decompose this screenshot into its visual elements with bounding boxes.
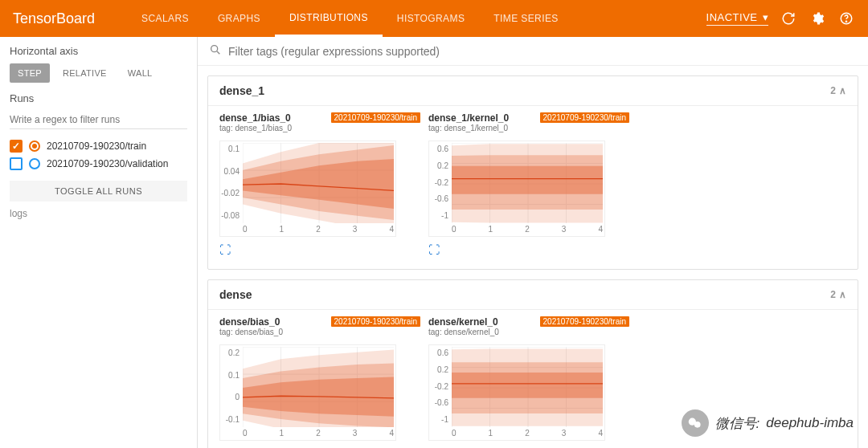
content: dense_1 2 ∧ dense_1/bias_0 tag: dense_1/… (198, 37, 868, 448)
distribution-plot[interactable]: 0.20.10-0.1 01234 (219, 344, 396, 441)
x-axis: 01234 (243, 223, 394, 236)
charts-row: dense_1/bias_0 tag: dense_1/bias_0 20210… (208, 106, 858, 269)
chart-tag: tag: dense/kernel_0 (428, 328, 499, 336)
chevron-up-icon: ∧ (839, 289, 846, 300)
chart-tile: dense/bias_0 tag: dense/bias_0 20210709-… (219, 316, 420, 448)
chart-tile: dense_1/bias_0 tag: dense_1/bias_0 20210… (219, 112, 420, 256)
filter-input[interactable] (228, 45, 857, 58)
group-card: dense_1 2 ∧ dense_1/bias_0 tag: dense_1/… (207, 75, 858, 270)
header-right: INACTIVE ▾ (706, 10, 855, 27)
groups-container: dense_1 2 ∧ dense_1/bias_0 tag: dense_1/… (198, 75, 868, 448)
run-radio[interactable] (29, 158, 40, 169)
brand-title: TensorBoard (13, 10, 95, 27)
group-count: 2 ∧ (830, 85, 846, 96)
chart-tag: tag: dense/bias_0 (219, 328, 283, 336)
group-title: dense (219, 288, 252, 301)
tab-distributions[interactable]: DISTRIBUTIONS (275, 0, 383, 37)
y-axis: 0.10.04-0.02-0.08 (220, 141, 243, 223)
svg-point-1 (845, 21, 846, 22)
run-badge: 20210709-190230/train (331, 112, 420, 123)
runs-heading: Runs (10, 92, 187, 104)
run-label: 20210709-190230/validation (47, 158, 168, 169)
tab-graphs[interactable]: GRAPHS (203, 0, 275, 37)
axis-option-step[interactable]: STEP (10, 63, 50, 83)
reload-icon[interactable] (780, 10, 797, 27)
tab-time-series[interactable]: TIME SERIES (479, 0, 572, 37)
run-checkbox[interactable] (10, 140, 23, 153)
distribution-plot[interactable]: 0.60.2-0.2-0.6-1 01234 (428, 344, 605, 441)
group-header[interactable]: dense_1 2 ∧ (208, 76, 858, 106)
group-card: dense 2 ∧ dense/bias_0 tag: dense/bias_0… (207, 279, 858, 448)
app-header: TensorBoard SCALARSGRAPHSDISTRIBUTIONSHI… (0, 0, 868, 37)
help-icon[interactable] (837, 10, 855, 27)
svg-point-2 (211, 46, 218, 52)
chart-title: dense/bias_0 (219, 316, 283, 328)
inactive-dropdown[interactable]: INACTIVE ▾ (706, 11, 768, 26)
chart-tile: dense_1/kernel_0 tag: dense_1/kernel_0 2… (428, 112, 629, 256)
sidebar: Horizontal axis STEPRELATIVEWALL Runs 20… (0, 37, 198, 448)
chart-title: dense_1/kernel_0 (428, 112, 509, 124)
main-tabs: SCALARSGRAPHSDISTRIBUTIONSHISTOGRAMSTIME… (127, 0, 573, 37)
run-badge: 20210709-190230/train (540, 316, 629, 327)
tab-histograms[interactable]: HISTOGRAMS (383, 0, 479, 37)
x-axis: 01234 (452, 223, 603, 236)
group-title: dense_1 (219, 84, 264, 97)
run-radio[interactable] (29, 141, 40, 152)
dropdown-icon: ▾ (763, 11, 769, 23)
run-checkbox[interactable] (10, 157, 23, 170)
chevron-up-icon: ∧ (839, 85, 846, 96)
group-count: 2 ∧ (830, 289, 846, 300)
x-axis: 01234 (243, 427, 394, 440)
inactive-label: INACTIVE (706, 11, 758, 23)
y-axis: 0.60.2-0.2-0.6-1 (429, 141, 452, 223)
toggle-all-runs-button[interactable]: TOGGLE ALL RUNS (10, 181, 187, 202)
settings-icon[interactable] (809, 10, 826, 27)
runs-list: 20210709-190230/train20210709-190230/val… (10, 137, 187, 173)
run-badge: 20210709-190230/train (331, 316, 420, 327)
runs-regex-input[interactable] (10, 111, 187, 129)
search-icon (209, 43, 222, 59)
run-badge: 20210709-190230/train (540, 112, 629, 123)
axis-segmented: STEPRELATIVEWALL (10, 63, 187, 83)
expand-icon[interactable]: ⛶ (428, 243, 629, 256)
logs-label: logs (10, 208, 187, 219)
chart-tag: tag: dense_1/bias_0 (219, 124, 292, 132)
run-row[interactable]: 20210709-190230/validation (10, 155, 187, 173)
chart-title: dense_1/bias_0 (219, 112, 292, 124)
y-axis: 0.60.2-0.2-0.6-1 (429, 345, 452, 427)
run-row[interactable]: 20210709-190230/train (10, 137, 187, 155)
charts-row: dense/bias_0 tag: dense/bias_0 20210709-… (208, 310, 858, 448)
expand-icon[interactable]: ⛶ (219, 243, 420, 256)
distribution-plot[interactable]: 0.10.04-0.02-0.08 01234 (219, 141, 396, 237)
tab-scalars[interactable]: SCALARS (127, 0, 203, 37)
axis-option-wall[interactable]: WALL (120, 63, 161, 83)
chart-tile: dense/kernel_0 tag: dense/kernel_0 20210… (428, 316, 629, 448)
run-label: 20210709-190230/train (47, 141, 146, 152)
chart-title: dense/kernel_0 (428, 316, 499, 328)
group-header[interactable]: dense 2 ∧ (208, 280, 858, 310)
filter-bar (198, 37, 868, 66)
axis-heading: Horizontal axis (10, 45, 187, 57)
main-layout: Horizontal axis STEPRELATIVEWALL Runs 20… (0, 37, 868, 448)
x-axis: 01234 (452, 427, 603, 440)
chart-tag: tag: dense_1/kernel_0 (428, 124, 509, 132)
y-axis: 0.20.10-0.1 (220, 345, 243, 427)
distribution-plot[interactable]: 0.60.2-0.2-0.6-1 01234 (428, 141, 605, 237)
axis-option-relative[interactable]: RELATIVE (55, 63, 115, 83)
